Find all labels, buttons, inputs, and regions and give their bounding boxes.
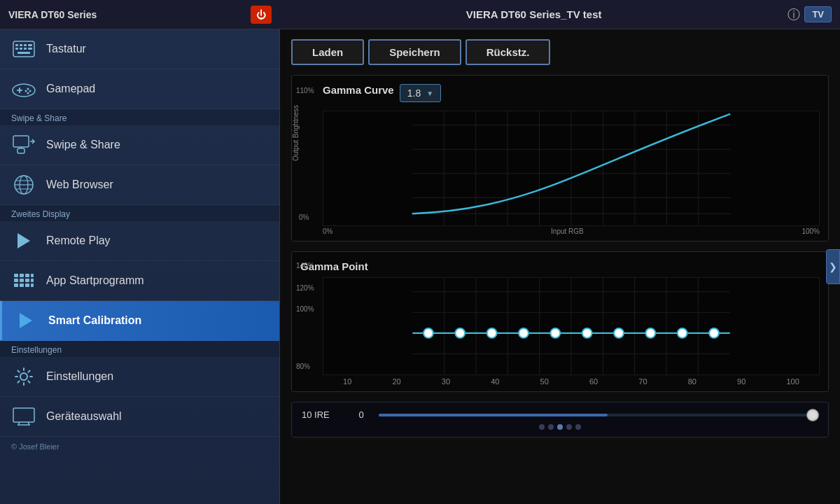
svg-rect-30 (31, 274, 34, 277)
svg-rect-8 (28, 48, 32, 50)
sidebar-item-swipe-share[interactable]: Swipe & Share (0, 125, 279, 165)
svg-point-81 (678, 328, 687, 338)
svg-point-78 (582, 328, 592, 338)
svg-rect-32 (20, 279, 24, 282)
tv-button[interactable]: TV (804, 6, 832, 22)
x-20: 20 (392, 377, 400, 386)
gamma-curve-y-label: Output Brightness (292, 105, 300, 161)
right-arrow-button[interactable]: ❯ (826, 249, 840, 284)
slider-dot-3[interactable] (557, 424, 563, 430)
gamma-point-svg (323, 277, 820, 375)
laden-button[interactable]: Laden (291, 39, 364, 65)
svg-rect-31 (14, 279, 18, 282)
svg-point-15 (25, 90, 27, 92)
gamma-point-y-bottom: 80% (296, 363, 310, 370)
gamma-point-y-mid2: 100% (296, 305, 314, 313)
header-center-title: VIERA DT60 Series_TV test (280, 8, 788, 20)
gamma-point-y-top: 140% (296, 262, 314, 270)
sidebar-item-gamepad[interactable]: Gamepad (0, 69, 279, 109)
svg-rect-1 (15, 44, 18, 46)
slider-panel: 10 IRE 0 (291, 402, 829, 438)
x-90: 90 (737, 377, 746, 386)
power-icon: ⏻ (256, 9, 266, 20)
sidebar: Tastatur Gamepad Swipe & Share (0, 29, 280, 504)
info-button[interactable]: ⓘ (788, 6, 800, 23)
sidebar-label-swipe-share: Swipe & Share (46, 139, 120, 151)
dropdown-arrow-icon: ▼ (426, 90, 433, 97)
sidebar-item-web-browser[interactable]: Web Browser (0, 165, 279, 205)
svg-rect-9 (18, 52, 30, 54)
gamma-value-dropdown[interactable]: 1.8 ▼ (400, 84, 441, 102)
svg-point-77 (550, 328, 560, 338)
svg-point-13 (27, 88, 29, 90)
svg-point-76 (519, 328, 528, 338)
svg-point-75 (487, 328, 497, 338)
content-area: Laden Speichern Rückstz. 110% 0% Output … (280, 29, 840, 504)
gamma-x-right: 100% (802, 227, 820, 235)
slider-dot-1[interactable] (539, 424, 545, 430)
gamma-curve-title: Gamma Curve (323, 84, 394, 96)
svg-point-40 (20, 373, 27, 380)
sidebar-item-gerateauswahl[interactable]: Geräteauswahl (0, 397, 279, 437)
svg-rect-5 (15, 48, 18, 50)
svg-rect-17 (13, 136, 29, 147)
x-50: 50 (540, 377, 549, 386)
sidebar-item-einstellungen[interactable]: Einstellungen (0, 357, 279, 397)
sidebar-label-app-startprogramm: App Startprogramm (46, 274, 144, 287)
svg-rect-41 (13, 408, 34, 422)
svg-point-14 (29, 90, 31, 92)
slider-dot-5[interactable] (575, 424, 581, 430)
slider-fill (379, 414, 608, 416)
svg-rect-4 (28, 44, 32, 46)
main-layout: Tastatur Gamepad Swipe & Share (0, 29, 840, 504)
slider-dot-4[interactable] (566, 424, 572, 430)
gamma-point-x-labels: 10 20 30 40 50 60 70 80 90 100 (323, 377, 820, 386)
gamma-curve-chart: 110% 0% Output Brightness Gamma Curve 1.… (291, 75, 829, 241)
gamma-dropdown-value: 1.8 (407, 88, 421, 99)
x-100: 100 (786, 377, 799, 386)
gamma-curve-svg (323, 111, 820, 226)
section-label-swipe-share: Swipe & Share (0, 109, 279, 125)
monitor-icon (11, 404, 36, 429)
header-right: ⓘ TV (788, 6, 840, 23)
svg-point-10 (13, 84, 35, 97)
gamma-x-left: 0% (323, 227, 332, 235)
svg-rect-28 (20, 274, 24, 277)
sidebar-item-remote-play[interactable]: Remote Play (0, 221, 279, 261)
sidebar-label-tastatur: Tastatur (46, 43, 86, 55)
speichern-button[interactable]: Speichern (368, 39, 461, 65)
sidebar-label-gerateauswahl: Geräteauswahl (46, 410, 122, 423)
sidebar-label-remote-play: Remote Play (46, 234, 111, 247)
x-10: 10 (343, 377, 351, 386)
svg-point-74 (455, 328, 465, 338)
x-80: 80 (688, 377, 696, 386)
svg-rect-37 (25, 284, 29, 287)
gamma-curve-x-labels: 0% Input RGB 100% (323, 227, 820, 235)
svg-point-80 (645, 328, 655, 338)
svg-rect-33 (25, 279, 29, 282)
slider-dot-2[interactable] (548, 424, 554, 430)
toolbar: Laden Speichern Rückstz. (291, 39, 829, 65)
gamma-x-label: Input RGB (551, 227, 584, 235)
x-60: 60 (589, 377, 598, 386)
section-label-einstellungen: Einstellungen (0, 341, 279, 357)
power-button[interactable]: ⏻ (251, 6, 272, 24)
slider-thumb[interactable] (806, 409, 819, 421)
section-label-zweites-display: Zweites Display (0, 205, 279, 221)
slider-row: 10 IRE 0 (302, 410, 818, 420)
sidebar-label-web-browser: Web Browser (46, 178, 113, 191)
gamepad-icon (11, 76, 36, 102)
sidebar-item-smart-calibration[interactable]: Smart Calibration (0, 301, 279, 341)
x-70: 70 (638, 377, 647, 386)
svg-rect-38 (31, 284, 34, 287)
x-40: 40 (491, 377, 499, 386)
svg-rect-18 (18, 148, 24, 153)
svg-rect-12 (17, 90, 22, 91)
slider-track[interactable] (379, 414, 818, 416)
sidebar-label-gamepad: Gamepad (46, 83, 95, 95)
ruckstz-button[interactable]: Rückstz. (465, 39, 551, 65)
svg-rect-36 (20, 284, 24, 287)
sidebar-item-tastatur[interactable]: Tastatur (0, 29, 279, 69)
svg-point-82 (709, 328, 719, 338)
sidebar-item-app-startprogramm[interactable]: App Startprogramm (0, 261, 279, 301)
